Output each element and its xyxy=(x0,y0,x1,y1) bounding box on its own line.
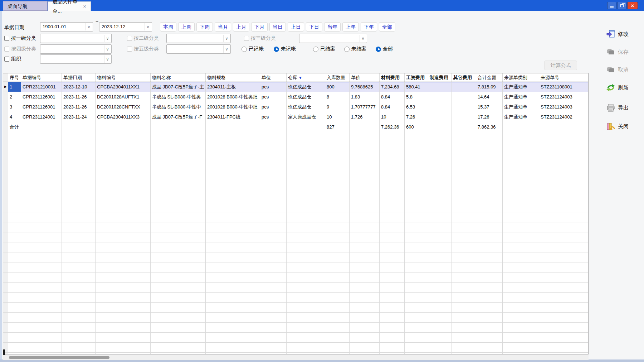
column-header[interactable]: 入库数量 xyxy=(325,73,350,82)
table-cell[interactable] xyxy=(380,152,405,162)
table-cell[interactable]: 2023-11-26 xyxy=(62,102,96,112)
table-cell[interactable] xyxy=(260,232,287,242)
table-cell[interactable] xyxy=(428,152,452,162)
table-cell[interactable] xyxy=(260,182,287,192)
table-cell[interactable] xyxy=(503,272,539,283)
table-cell[interactable] xyxy=(452,132,476,142)
table-cell[interactable] xyxy=(452,283,476,293)
column-header[interactable]: 来源单类别 xyxy=(503,73,539,82)
table-cell[interactable] xyxy=(503,232,539,242)
table-cell[interactable] xyxy=(62,232,96,242)
column-header[interactable]: 仓库 ▼ xyxy=(287,73,325,82)
quick-range-button[interactable]: 下日 xyxy=(306,22,322,32)
table-cell[interactable] xyxy=(405,222,428,232)
table-cell[interactable] xyxy=(350,293,380,303)
horizontal-scrollbar[interactable] xyxy=(3,355,589,360)
table-cell[interactable] xyxy=(350,343,380,353)
column-header[interactable]: 单价 xyxy=(350,73,380,82)
table-cell[interactable] xyxy=(452,82,476,92)
table-cell[interactable] xyxy=(503,293,539,303)
table-cell[interactable] xyxy=(452,313,476,323)
table-cell[interactable] xyxy=(476,212,503,222)
table-cell[interactable] xyxy=(476,182,503,192)
quick-range-button[interactable]: 上日 xyxy=(288,22,304,32)
table-cell[interactable] xyxy=(405,272,428,283)
table-cell[interactable] xyxy=(539,272,588,283)
table-cell[interactable] xyxy=(260,333,287,343)
table-row[interactable]: 4CPR2311240012023-11-24CPCBA2304011XX3成品… xyxy=(3,112,588,122)
table-cell[interactable]: 7,815.09 xyxy=(476,82,503,92)
table-cell[interactable] xyxy=(8,283,21,293)
radio-status-4[interactable]: 未结案 xyxy=(344,46,366,52)
table-cell[interactable] xyxy=(380,182,405,192)
table-cell[interactable] xyxy=(405,333,428,343)
table-cell[interactable] xyxy=(260,323,287,333)
column-header[interactable]: 物料编号 xyxy=(96,73,151,82)
table-cell[interactable] xyxy=(151,353,206,354)
table-cell[interactable] xyxy=(96,293,151,303)
table-cell[interactable]: 1 xyxy=(8,82,21,92)
table-cell[interactable] xyxy=(380,212,405,222)
table-cell[interactable] xyxy=(62,262,96,272)
table-cell[interactable] xyxy=(428,182,452,192)
radio-icon[interactable] xyxy=(344,47,350,52)
table-cell[interactable] xyxy=(21,162,62,172)
column-header[interactable]: 制造费用 xyxy=(428,73,452,82)
table-cell[interactable] xyxy=(503,283,539,293)
table-cell[interactable] xyxy=(539,202,588,212)
table-cell[interactable] xyxy=(96,252,151,262)
total-row[interactable]: 合计8277,262.366007,862.36 xyxy=(3,122,588,132)
table-cell[interactable] xyxy=(21,232,62,242)
table-cell[interactable] xyxy=(350,303,380,313)
table-cell[interactable] xyxy=(8,202,21,212)
empty-row[interactable] xyxy=(3,152,588,162)
table-cell[interactable] xyxy=(350,272,380,283)
table-cell[interactable] xyxy=(287,333,325,343)
table-cell[interactable] xyxy=(405,182,428,192)
table-cell[interactable] xyxy=(405,212,428,222)
table-cell[interactable] xyxy=(8,323,21,333)
table-cell[interactable] xyxy=(428,293,452,303)
table-cell[interactable] xyxy=(287,222,325,232)
table-cell[interactable] xyxy=(151,132,206,142)
quick-range-button[interactable]: 下周 xyxy=(196,22,213,32)
table-cell[interactable] xyxy=(380,252,405,262)
table-cell[interactable] xyxy=(260,303,287,313)
radio-icon[interactable] xyxy=(376,47,381,52)
radio-icon[interactable] xyxy=(313,47,318,52)
table-cell[interactable] xyxy=(503,323,539,333)
table-cell[interactable]: 2023-11-26 xyxy=(62,92,96,102)
table-cell[interactable] xyxy=(380,303,405,313)
table-cell[interactable] xyxy=(452,192,476,202)
table-cell[interactable] xyxy=(405,242,428,252)
table-cell[interactable] xyxy=(452,182,476,192)
date-to-combobox[interactable]: 2023-12-12∨ xyxy=(99,22,152,32)
table-cell[interactable] xyxy=(452,222,476,232)
table-cell[interactable] xyxy=(503,242,539,252)
table-cell[interactable] xyxy=(503,182,539,192)
table-cell[interactable] xyxy=(96,222,151,232)
tab-desktop-nav[interactable]: 桌面导航 xyxy=(3,1,48,11)
table-cell[interactable] xyxy=(350,192,380,202)
table-cell[interactable]: 生产通知单 xyxy=(503,82,539,92)
table-cell[interactable]: 半成品 SL-B080-中性奥 xyxy=(151,92,206,102)
table-cell[interactable] xyxy=(62,162,96,172)
table-cell[interactable] xyxy=(287,172,325,182)
table-cell[interactable] xyxy=(539,252,588,262)
quick-range-button[interactable]: 上月 xyxy=(233,22,249,32)
table-cell[interactable] xyxy=(503,252,539,262)
table-cell[interactable] xyxy=(96,283,151,293)
table-cell[interactable] xyxy=(325,182,350,192)
table-cell[interactable] xyxy=(62,132,96,142)
table-cell[interactable] xyxy=(539,353,588,354)
table-cell[interactable] xyxy=(428,202,452,212)
empty-row[interactable] xyxy=(3,293,588,303)
table-cell[interactable]: CPCBA2304011XX1 xyxy=(96,82,151,92)
column-header[interactable]: 物料名称 xyxy=(151,73,206,82)
chevron-down-icon[interactable]: ∨ xyxy=(145,23,151,30)
table-cell[interactable] xyxy=(8,222,21,232)
table-cell[interactable] xyxy=(96,142,151,152)
table-cell[interactable]: 8.84 xyxy=(380,102,405,112)
table-cell[interactable] xyxy=(287,313,325,323)
table-cell[interactable] xyxy=(428,323,452,333)
